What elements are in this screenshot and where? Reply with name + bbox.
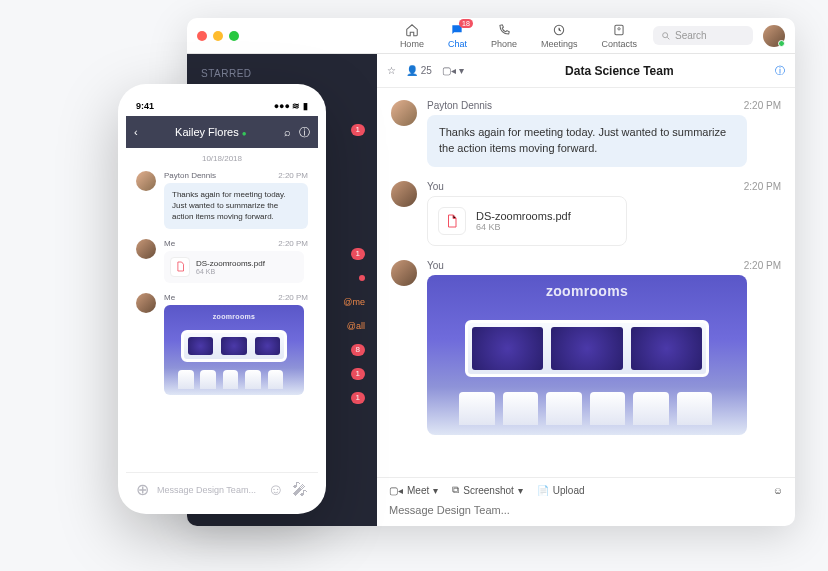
message-time: 2:20 PM <box>744 260 781 271</box>
file-attachment[interactable]: DS-zoomrooms.pdf 64 KB <box>427 196 627 246</box>
screenshot-label: Screenshot <box>463 485 514 496</box>
image-overlay-text: zoomrooms <box>427 283 747 299</box>
status-time: 9:41 <box>136 101 154 111</box>
mic-icon[interactable]: 🎤︎ <box>292 481 308 499</box>
sender-avatar[interactable] <box>136 239 156 259</box>
image-attachment[interactable]: zoomrooms <box>164 305 304 395</box>
message-input[interactable] <box>389 500 783 520</box>
message-time: 2:20 PM <box>278 171 308 180</box>
phone-message-row: Payton Dennis2:20 PM Thanks again for me… <box>126 169 318 237</box>
sender-avatar[interactable] <box>391 260 417 286</box>
sender-avatar[interactable] <box>136 293 156 313</box>
sidebar-badge: 1 <box>351 368 365 380</box>
chat-title: Data Science Team <box>474 64 765 78</box>
nav-meetings[interactable]: Meetings <box>541 23 578 49</box>
sender-name: Payton Dennis <box>164 171 216 180</box>
svg-point-2 <box>618 27 620 29</box>
message-col: Payton Dennis 2:20 PM Thanks again for m… <box>427 100 781 167</box>
phone-message-row: Me2:20 PM DS-zoomrooms.pdf64 KB <box>126 237 318 291</box>
nav-home-label: Home <box>400 39 424 49</box>
composer: ▢◂ Meet ▾ ⧉ Screenshot ▾ 📄 Upload ☺ <box>377 477 795 526</box>
message-time: 2:20 PM <box>278 239 308 248</box>
sender-avatar[interactable] <box>391 181 417 207</box>
message-row: You 2:20 PM zoomrooms <box>391 260 781 435</box>
file-attachment[interactable]: DS-zoomrooms.pdf64 KB <box>164 251 304 283</box>
phone-nav: ‹ Kailey Flores ● ⌕ ⓘ <box>126 116 318 148</box>
upload-label: Upload <box>553 485 585 496</box>
phone-notch <box>182 92 262 110</box>
clock-icon <box>552 23 566 37</box>
phone-input-placeholder[interactable]: Message Design Team... <box>157 485 260 495</box>
meet-button[interactable]: ▢◂ Meet ▾ <box>389 485 438 496</box>
top-nav: Home 18 Chat Phone Meetings Contacts <box>400 23 637 49</box>
sender-name: You <box>427 260 444 271</box>
at-all-label: @all <box>347 321 365 331</box>
phone-icon <box>497 23 511 37</box>
meet-label: Meet <box>407 485 429 496</box>
image-attachment[interactable]: zoomrooms <box>427 275 747 435</box>
contacts-icon <box>612 23 626 37</box>
search-placeholder: Search <box>675 30 707 41</box>
pdf-icon <box>438 207 466 235</box>
message-time: 2:20 PM <box>278 293 308 302</box>
message-time: 2:20 PM <box>744 100 781 111</box>
emoji-icon[interactable]: ☺ <box>268 481 284 499</box>
message-header: You 2:20 PM <box>427 181 781 192</box>
close-window[interactable] <box>197 31 207 41</box>
sender-avatar[interactable] <box>391 100 417 126</box>
nav-contacts[interactable]: Contacts <box>601 23 637 49</box>
info-icon[interactable]: ⓘ <box>299 125 310 140</box>
svg-point-3 <box>663 32 668 37</box>
minimize-window[interactable] <box>213 31 223 41</box>
video-dropdown[interactable]: ▢◂ ▾ <box>442 65 464 76</box>
sender-name: Me <box>164 293 175 302</box>
message-bubble[interactable]: Thanks again for meeting today. Just wan… <box>427 115 747 167</box>
nav-phone[interactable]: Phone <box>491 23 517 49</box>
sidebar-badge: 1 <box>351 392 365 404</box>
sidebar-badge: 8 <box>351 344 365 356</box>
message-time: 2:20 PM <box>744 181 781 192</box>
message-bubble[interactable]: Thanks again for meeting today. Just wan… <box>164 183 308 229</box>
file-name: DS-zoomrooms.pdf <box>476 210 571 222</box>
message-col: You 2:20 PM DS-zoomrooms.pdf 64 KB <box>427 181 781 246</box>
maximize-window[interactable] <box>229 31 239 41</box>
nav-meetings-label: Meetings <box>541 39 578 49</box>
sender-avatar[interactable] <box>136 171 156 191</box>
user-avatar[interactable] <box>763 25 785 47</box>
unread-dot <box>359 275 365 281</box>
chat-pane: ☆ 👤 25 ▢◂ ▾ Data Science Team ⓘ Payton D… <box>377 54 795 526</box>
message-col: You 2:20 PM zoomrooms <box>427 260 781 435</box>
search-box[interactable]: Search <box>653 26 753 45</box>
message-header: You 2:20 PM <box>427 260 781 271</box>
sidebar-badge: 1 <box>351 124 365 136</box>
upload-button[interactable]: 📄 Upload <box>537 485 585 496</box>
nav-chat-label: Chat <box>448 39 467 49</box>
info-icon[interactable]: ⓘ <box>775 64 785 78</box>
composer-toolbar: ▢◂ Meet ▾ ⧉ Screenshot ▾ 📄 Upload ☺ <box>389 484 783 496</box>
nav-chat[interactable]: 18 Chat <box>448 23 467 49</box>
nav-phone-label: Phone <box>491 39 517 49</box>
screenshot-button[interactable]: ⧉ Screenshot ▾ <box>452 484 523 496</box>
nav-home[interactable]: Home <box>400 23 424 49</box>
phone-title: Kailey Flores ● <box>138 126 284 138</box>
home-icon <box>405 23 419 37</box>
file-size: 64 KB <box>196 268 265 275</box>
phone-message-row: Me2:20 PM zoomrooms <box>126 291 318 403</box>
messages-list: Payton Dennis 2:20 PM Thanks again for m… <box>377 88 795 477</box>
nav-contacts-label: Contacts <box>601 39 637 49</box>
chat-badge: 18 <box>459 19 473 28</box>
member-count[interactable]: 👤 25 <box>406 65 432 76</box>
titlebar: Home 18 Chat Phone Meetings Contacts S <box>187 18 795 54</box>
status-icons: ●●● ≋ ▮ <box>274 101 308 111</box>
phone-screen: 9:41 ●●● ≋ ▮ ‹ Kailey Flores ● ⌕ ⓘ 10/18… <box>126 92 318 506</box>
phone-mock: 9:41 ●●● ≋ ▮ ‹ Kailey Flores ● ⌕ ⓘ 10/18… <box>118 84 326 514</box>
plus-icon[interactable]: ⊕ <box>136 480 149 499</box>
sender-name: Payton Dennis <box>427 100 492 111</box>
traffic-lights <box>197 31 239 41</box>
star-toggle[interactable]: ☆ <box>387 65 396 76</box>
phone-composer: ⊕ Message Design Team... ☺ 🎤︎ <box>126 472 318 506</box>
search-icon[interactable]: ⌕ <box>284 126 291 138</box>
file-name: DS-zoomrooms.pdf <box>196 259 265 268</box>
emoji-icon[interactable]: ☺ <box>773 485 783 496</box>
message-row: You 2:20 PM DS-zoomrooms.pdf 64 KB <box>391 181 781 246</box>
